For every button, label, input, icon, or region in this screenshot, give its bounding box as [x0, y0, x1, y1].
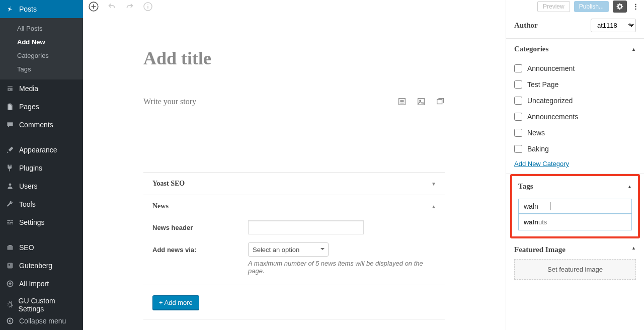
import-icon — [5, 279, 15, 289]
chevron-up-icon: ▲ — [631, 245, 636, 254]
sidebar-item-label: Posts — [19, 5, 37, 13]
collapse-label: Collapse menu — [19, 317, 66, 325]
collapse-menu[interactable]: Collapse menu — [0, 312, 83, 330]
sidebar-item-posts[interactable]: Posts — [0, 0, 83, 18]
tags-title: Tags — [518, 182, 533, 191]
wrench-icon — [5, 199, 15, 209]
chevron-up-icon: ▲ — [631, 47, 636, 52]
sidebar-item-gutenberg[interactable]: Gutenberg — [0, 257, 83, 275]
sidebar-item-label: Gutenberg — [19, 262, 52, 270]
sliders-icon — [5, 217, 15, 227]
category-item[interactable]: Baking — [514, 141, 636, 157]
undo-icon[interactable] — [106, 1, 117, 12]
featured-image-panel-toggle[interactable]: Featured Image ▲ — [506, 238, 644, 259]
submenu-all-posts[interactable]: All Posts — [0, 22, 83, 35]
category-checkbox[interactable] — [514, 113, 522, 121]
redo-icon[interactable] — [124, 1, 135, 12]
sidebar-item-label: All Import — [19, 280, 49, 288]
news-header-input[interactable] — [248, 220, 364, 234]
media-icon — [5, 84, 15, 94]
tags-input[interactable]: waln — [518, 199, 632, 214]
category-checkbox[interactable] — [514, 80, 522, 89]
seo-icon — [5, 242, 15, 253]
news-hint: A maximum number of 5 news items will be… — [248, 260, 436, 275]
gallery-block-icon[interactable] — [435, 97, 445, 107]
sidebar-item-label: Appearance — [19, 146, 57, 154]
list-block-icon[interactable] — [397, 97, 407, 107]
submenu-add-new[interactable]: Add New — [0, 35, 83, 49]
publish-button[interactable]: Publish... — [574, 1, 609, 12]
sidebar-item-label: SEO — [19, 243, 34, 252]
category-item[interactable]: Uncategorized — [514, 93, 636, 109]
yoast-panel-title: Yoast SEO — [152, 180, 185, 188]
sidebar-item-settings[interactable]: Settings — [0, 213, 83, 231]
settings-gear-button[interactable] — [613, 1, 627, 13]
svg-rect-8 — [418, 99, 425, 105]
sidebar-item-plugins[interactable]: Plugins — [0, 159, 83, 177]
plug-icon — [5, 163, 15, 173]
sidebar-item-media[interactable]: Media — [0, 79, 83, 98]
add-category-link[interactable]: Add New Category — [514, 160, 569, 168]
svg-rect-2 — [7, 246, 13, 250]
sidebar-item-label: Plugins — [19, 164, 42, 172]
submenu-categories[interactable]: Categories — [0, 49, 83, 62]
chevron-up-icon: ▲ — [627, 184, 632, 189]
categories-title: Categories — [514, 45, 548, 53]
category-item[interactable]: News — [514, 125, 636, 141]
categories-panel-toggle[interactable]: Categories ▲ — [514, 45, 636, 53]
category-checkbox[interactable] — [514, 97, 522, 105]
add-news-via-select[interactable]: Select an option — [248, 242, 329, 257]
user-icon — [5, 181, 15, 191]
story-placeholder[interactable]: Write your story — [143, 97, 196, 106]
sidebar-item-label: Comments — [19, 121, 53, 129]
category-checkbox[interactable] — [514, 129, 522, 137]
sidebar-item-appearance[interactable]: Appearance — [0, 141, 83, 159]
tags-panel-toggle[interactable]: Tags ▲ — [518, 182, 632, 191]
category-item[interactable]: Test Page — [514, 76, 636, 93]
author-label: Author — [514, 21, 538, 30]
sidebar-item-label: Media — [19, 85, 38, 93]
featured-image-title: Featured Image — [514, 245, 566, 254]
preview-button[interactable]: Preview — [537, 1, 570, 12]
sidebar-item-seo[interactable]: SEO — [0, 238, 83, 257]
category-checkbox[interactable] — [514, 145, 522, 153]
sidebar-item-label: Users — [19, 182, 38, 190]
more-menu-button[interactable]: ⋮ — [631, 1, 640, 13]
news-header-label: News header — [152, 224, 248, 231]
sidebar-item-label: Tools — [19, 200, 36, 208]
info-icon[interactable] — [142, 1, 153, 12]
category-checkbox[interactable] — [514, 64, 522, 72]
tags-suggestion-item[interactable]: walnuts — [518, 214, 632, 230]
sidebar-item-pages[interactable]: Pages — [0, 98, 83, 116]
chevron-up-icon: ▲ — [431, 204, 436, 209]
sidebar-item-comments[interactable]: Comments — [0, 116, 83, 134]
add-news-via-label: Add news via: — [152, 246, 248, 254]
admin-sidebar: Posts All Posts Add New Categories Tags … — [0, 0, 83, 330]
sidebar-item-tools[interactable]: Tools — [0, 195, 83, 213]
collapse-icon — [5, 316, 15, 326]
author-select[interactable]: at1118 — [591, 19, 636, 32]
pages-icon — [5, 102, 15, 112]
sidebar-item-label: GU Custom Settings — [19, 297, 78, 313]
sidebar-item-users[interactable]: Users — [0, 177, 83, 195]
gutenberg-icon — [5, 261, 15, 271]
add-more-button[interactable]: + Add more — [152, 295, 199, 310]
main-content: Add title Write your story Yoast SEO ▼ — [83, 0, 644, 330]
comment-icon — [5, 120, 15, 130]
add-block-icon[interactable] — [88, 1, 99, 12]
pin-icon — [5, 4, 15, 14]
editor-body: Add title Write your story Yoast SEO ▼ — [83, 48, 506, 319]
image-block-icon[interactable] — [416, 97, 426, 107]
category-item[interactable]: Announcements — [514, 109, 636, 125]
svg-point-0 — [9, 89, 10, 90]
set-featured-image-button[interactable]: Set featured image — [514, 259, 636, 280]
yoast-panel-toggle[interactable]: Yoast SEO ▼ — [143, 173, 445, 195]
post-title-input[interactable]: Add title — [143, 48, 445, 69]
sidebar-item-label: Settings — [19, 218, 45, 226]
svg-rect-10 — [437, 100, 442, 104]
sidebar-item-all-import[interactable]: All Import — [0, 275, 83, 293]
brush-icon — [5, 145, 15, 155]
category-item[interactable]: Announcement — [514, 60, 636, 76]
submenu-tags[interactable]: Tags — [0, 62, 83, 76]
news-panel-toggle[interactable]: News ▲ — [143, 195, 445, 217]
